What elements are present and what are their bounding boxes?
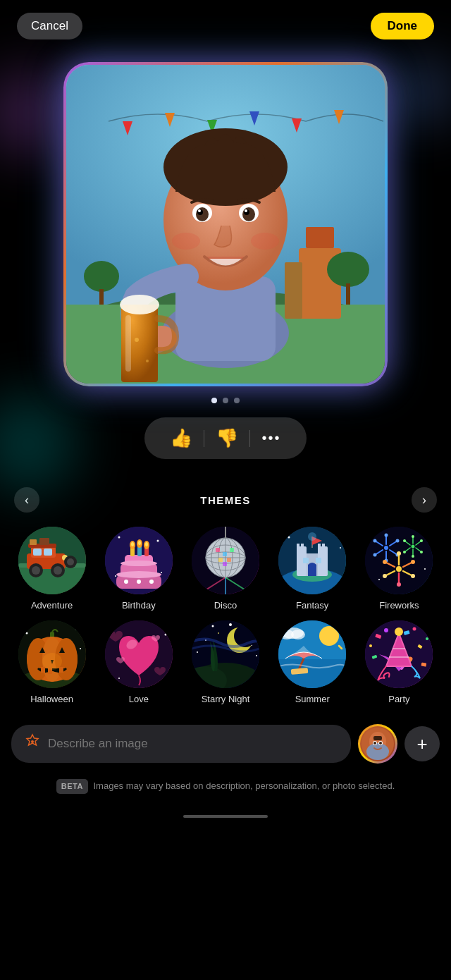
ai-icon <box>24 733 41 754</box>
svg-point-176 <box>164 634 166 636</box>
svg-line-199 <box>339 623 342 626</box>
svg-point-23 <box>196 207 209 221</box>
theme-disco[interactable]: Disco <box>185 527 266 611</box>
thumbs-down-button[interactable]: 👎 <box>204 424 249 452</box>
svg-point-36 <box>146 360 149 362</box>
themes-next-button[interactable]: › <box>412 487 437 513</box>
svg-rect-168 <box>59 667 63 673</box>
svg-point-28 <box>245 209 247 212</box>
svg-point-134 <box>412 535 414 538</box>
describe-input[interactable] <box>48 737 338 751</box>
themes-header: ‹ THEMES › <box>11 487 440 513</box>
svg-point-230 <box>373 742 376 745</box>
svg-point-121 <box>385 534 388 537</box>
svg-point-62 <box>116 571 161 578</box>
svg-point-150 <box>397 582 401 587</box>
svg-point-75 <box>149 580 154 584</box>
svg-rect-88 <box>218 558 223 562</box>
describe-input-wrapper[interactable] <box>11 725 351 763</box>
svg-point-73 <box>124 580 128 584</box>
svg-point-169 <box>42 653 62 670</box>
svg-point-172 <box>80 648 81 649</box>
input-row: + <box>11 724 440 764</box>
svg-rect-89 <box>227 558 231 562</box>
starry-night-label: Starry Night <box>202 694 250 704</box>
svg-rect-85 <box>216 548 220 552</box>
disco-icon <box>192 527 259 594</box>
svg-point-154 <box>424 568 426 570</box>
svg-point-47 <box>54 566 62 575</box>
svg-point-155 <box>378 579 380 580</box>
cancel-button[interactable]: Cancel <box>17 13 82 39</box>
more-options-button[interactable]: ••• <box>250 427 292 449</box>
svg-point-223 <box>31 740 34 743</box>
love-icon <box>105 620 173 688</box>
svg-point-187 <box>197 651 198 653</box>
svg-rect-196 <box>278 659 346 688</box>
svg-point-214 <box>413 627 416 631</box>
disco-label: Disco <box>214 600 237 611</box>
svg-point-149 <box>411 574 415 578</box>
svg-point-216 <box>369 644 372 647</box>
thumbs-up-button[interactable]: 👍 <box>159 424 204 452</box>
beta-notice: BETA Images may vary based on descriptio… <box>0 772 451 808</box>
svg-point-126 <box>373 539 377 543</box>
thumbs-up-icon: 👍 <box>170 427 192 449</box>
svg-rect-101 <box>297 544 299 548</box>
theme-summer[interactable]: Summer <box>272 620 353 704</box>
main-image-inner <box>66 65 385 384</box>
svg-rect-86 <box>223 552 227 556</box>
add-button[interactable]: + <box>404 726 440 761</box>
party-label: Party <box>388 694 409 704</box>
action-bar: 👍 👎 ••• <box>144 417 306 459</box>
dot-1[interactable] <box>211 398 217 403</box>
done-button[interactable]: Done <box>371 13 435 39</box>
svg-point-45 <box>32 566 40 575</box>
halloween-icon <box>18 620 86 688</box>
dot-2[interactable] <box>223 398 228 403</box>
svg-point-35 <box>135 338 139 342</box>
theme-starry-night[interactable]: Starry Night <box>185 620 266 704</box>
theme-fireworks[interactable]: Fireworks <box>359 527 440 611</box>
avatar-inner <box>360 726 395 761</box>
svg-point-138 <box>403 551 406 553</box>
svg-point-8 <box>84 261 119 292</box>
svg-point-125 <box>373 553 377 557</box>
theme-birthday[interactable]: Birthday <box>98 527 179 611</box>
avatar-button[interactable] <box>358 724 397 764</box>
theme-fantasy[interactable]: Fantasy <box>272 527 353 611</box>
svg-point-151 <box>383 574 387 578</box>
input-section: + <box>0 711 451 772</box>
svg-point-112 <box>340 547 341 549</box>
svg-rect-7 <box>346 283 350 305</box>
themes-prev-button[interactable]: ‹ <box>14 487 39 513</box>
svg-point-139 <box>403 539 406 542</box>
summer-label: Summer <box>295 694 330 704</box>
party-icon <box>365 620 433 688</box>
theme-party[interactable]: Party <box>359 620 440 704</box>
svg-point-148 <box>411 560 415 564</box>
main-image-border <box>63 62 388 386</box>
svg-point-140 <box>396 566 402 572</box>
dot-3[interactable] <box>234 398 240 403</box>
theme-adventure[interactable]: Adventure <box>11 527 92 611</box>
theme-halloween[interactable]: Halloween <box>11 620 92 704</box>
svg-point-110 <box>288 537 290 539</box>
svg-rect-5 <box>285 262 302 319</box>
svg-point-152 <box>383 560 387 564</box>
starry-night-icon <box>192 620 259 688</box>
svg-point-206 <box>291 630 305 639</box>
svg-point-30 <box>251 233 279 250</box>
svg-point-27 <box>198 209 201 212</box>
birthday-icon <box>105 527 173 594</box>
svg-point-231 <box>379 742 382 745</box>
svg-point-74 <box>137 580 141 584</box>
svg-rect-9 <box>99 289 104 305</box>
svg-point-170 <box>25 632 27 635</box>
image-section: 👍 👎 ••• <box>0 48 451 466</box>
theme-love[interactable]: Love <box>98 620 179 704</box>
adventure-label: Adventure <box>31 600 73 611</box>
character-scene-svg <box>66 65 385 384</box>
svg-point-127 <box>412 545 415 549</box>
svg-point-137 <box>412 555 414 558</box>
